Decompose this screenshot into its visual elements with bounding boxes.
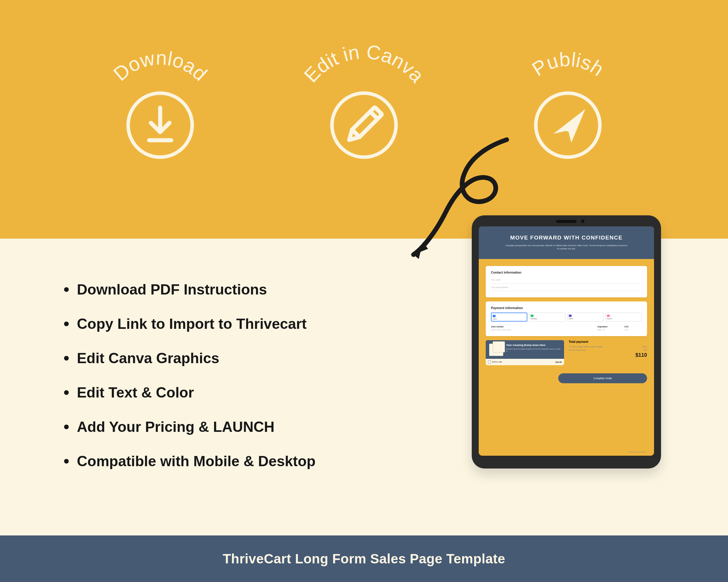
card-number-label: Card number xyxy=(491,326,594,328)
total-line-amount: $100 xyxy=(642,346,647,348)
step-edit-label: Edit in Canva xyxy=(300,44,428,86)
order-bump: Your Amazing Bump Goes Here Excepturi la… xyxy=(486,340,564,365)
feature-bullets: Download PDF Instructions Copy Link to I… xyxy=(64,279,431,486)
bullet-item: Copy Link to Import to Thrivecart xyxy=(64,314,431,334)
total-line-label: My Amazing Bump xyxy=(569,349,586,351)
payment-card: Payment information Card Afterpay Affirm… xyxy=(486,302,647,336)
pay-tab-label: Afterpay xyxy=(530,318,537,320)
total-heading: Total payment xyxy=(569,340,647,343)
contact-card: Contact information Your name Your email… xyxy=(486,266,647,297)
bullet-text: Copy Link to Import to Thrivecart xyxy=(77,314,307,334)
bump-price: $10.00 xyxy=(555,361,562,363)
contact-heading: Contact information xyxy=(491,271,642,274)
email-input[interactable]: Your email address xyxy=(491,285,642,291)
powered-by: Powered by ThriveCart xyxy=(479,451,654,456)
pay-tab-affirm[interactable]: Affirm xyxy=(567,312,604,322)
step-download: Download xyxy=(73,44,248,166)
steps-row: Download Edit in Canva xyxy=(0,44,728,166)
cvc-input[interactable]: CVC xyxy=(624,329,642,331)
cvc-label: CVC xyxy=(624,326,642,328)
edit-icon-ring xyxy=(332,93,396,157)
bump-image xyxy=(489,344,503,356)
total-card: Total payment TC Mini Vintage Sales Page… xyxy=(569,340,647,365)
paper-plane-icon xyxy=(553,109,585,143)
bullet-text: Download PDF Instructions xyxy=(77,279,267,300)
checkout-hero-title: MOVE FORWARD WITH CONFIDENCE xyxy=(486,234,647,241)
bullet-text: Compatible with Mobile & Desktop xyxy=(77,451,315,471)
footer-title: ThriveCart Long Form Sales Page Template xyxy=(223,551,505,566)
pay-tab-label: Affirm xyxy=(569,318,573,320)
bump-checkbox[interactable] xyxy=(488,361,491,363)
bullet-item: Compatible with Mobile & Desktop xyxy=(64,451,431,471)
exp-input[interactable]: MM / YY xyxy=(598,329,621,331)
bump-title: Your Amazing Bump Goes Here xyxy=(506,344,561,347)
pay-tab-label: Klarna xyxy=(607,318,612,320)
step-download-label: Download xyxy=(109,47,212,85)
name-input[interactable]: Your name xyxy=(491,277,642,283)
bullet-item: Edit Canva Graphics xyxy=(64,348,431,368)
bullet-item: Download PDF Instructions xyxy=(64,279,431,300)
bullet-item: Add Your Pricing & LAUNCH xyxy=(64,417,431,437)
bump-desc: Excepturi laboriosa repellat magnam qui … xyxy=(506,348,561,352)
tablet-screen: MOVE FORWARD WITH CONFIDENCE Voluptas pe… xyxy=(479,226,654,456)
bump-add-label: Add to cart xyxy=(492,361,502,363)
checkout-hero-sub: Voluptas perspiciatis rem recusandae del… xyxy=(505,244,627,250)
total-line-label: TC Mini Vintage Sales Page Template xyxy=(569,346,603,348)
exp-label: Expiration xyxy=(598,326,621,328)
total-sum: $110 xyxy=(569,352,647,358)
download-icon xyxy=(149,108,171,140)
card-number-input[interactable]: 1234 1234 1234 1234 xyxy=(491,329,594,331)
pay-tab-afterpay[interactable]: Afterpay xyxy=(529,312,566,322)
bullet-text: Edit Canva Graphics xyxy=(77,348,219,368)
payment-heading: Payment information xyxy=(491,306,642,310)
pencil-icon xyxy=(345,107,382,144)
total-line-amount: $10 xyxy=(644,349,647,351)
svg-line-1 xyxy=(370,111,378,119)
tablet-mockup: MOVE FORWARD WITH CONFIDENCE Voluptas pe… xyxy=(472,215,661,469)
bullet-text: Add Your Pricing & LAUNCH xyxy=(77,417,275,437)
bullet-text: Edit Text & Color xyxy=(77,382,194,403)
checkout-hero: MOVE FORWARD WITH CONFIDENCE Voluptas pe… xyxy=(479,226,654,259)
pay-tab-klarna[interactable]: Klarna xyxy=(605,312,642,322)
footer-bar: ThriveCart Long Form Sales Page Template xyxy=(0,535,728,582)
step-publish-label: Publish xyxy=(528,48,608,80)
complete-order-button[interactable]: Complete Order xyxy=(558,373,647,383)
pay-tab-card[interactable]: Card xyxy=(491,312,527,322)
bullet-item: Edit Text & Color xyxy=(64,382,431,403)
pay-tab-label: Card xyxy=(493,318,496,320)
